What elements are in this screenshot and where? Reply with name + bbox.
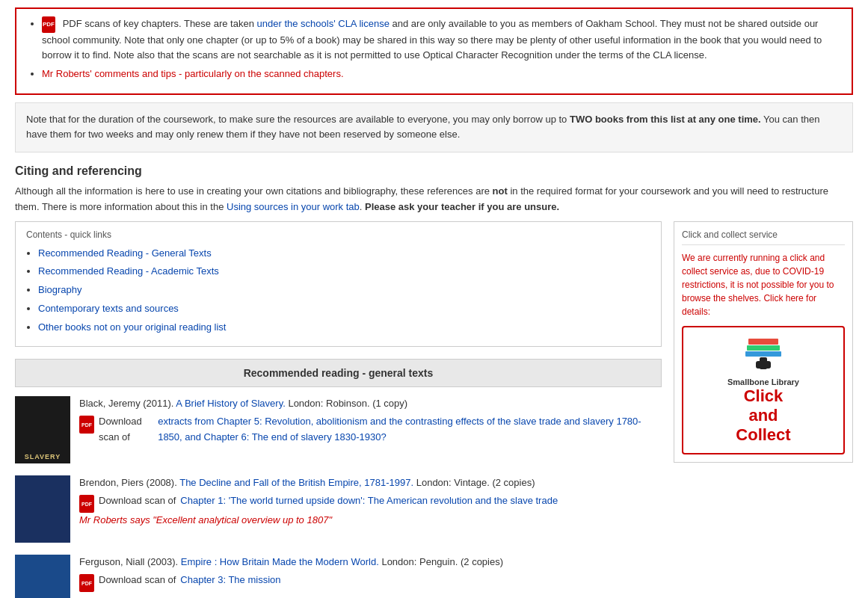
click-collect-box: Click and collect service We are current… <box>674 221 853 463</box>
books-stack-icon <box>741 335 786 372</box>
list-item: Recommended Reading - General Texts <box>38 246 650 262</box>
book-copies-slavery: (1 copy) <box>372 398 407 409</box>
contents-link-academic[interactable]: Recommended Reading - Academic Texts <box>38 265 219 277</box>
contents-link-biography[interactable]: Biography <box>38 284 82 295</box>
mr-roberts-tip-item: Mr Roberts' comments and tips - particul… <box>42 67 841 81</box>
list-item: Other books not on your original reading… <box>38 320 650 336</box>
contents-title: Contents - quick links <box>26 229 650 240</box>
book-entry-ferguson: Ferguson, Niall (2003). Empire : How Bri… <box>15 555 662 598</box>
pdf-icon-brendon: PDF <box>79 495 94 513</box>
book-title-link-ferguson[interactable]: Empire : How Britain Made the Modern Wor… <box>181 556 379 567</box>
svg-rect-3 <box>747 345 780 351</box>
contents-quick-links-box: Contents - quick links Recommended Readi… <box>15 221 662 347</box>
book-author-slavery: Black, Jeremy <box>79 398 143 409</box>
citing-bold-ask: Please ask your teacher if you are unsur… <box>365 201 559 212</box>
book-publisher-slavery: London: Robinson. <box>288 398 369 409</box>
book-cover-ferguson <box>15 555 70 598</box>
book-publisher-ferguson: London: Penguin. <box>381 556 458 567</box>
pdf-icon-top: PDF <box>42 16 55 33</box>
main-layout: Contents - quick links Recommended Readi… <box>15 221 853 598</box>
pdf-prefix-slavery: Download scan of <box>99 414 153 446</box>
click-label-line2: and <box>748 406 778 425</box>
book-title-link-slavery[interactable]: A Brief History of Slavery. <box>176 398 285 409</box>
list-item: Contemporary texts and sources <box>38 301 650 317</box>
cla-notice-item: PDF PDF scans of key chapters. These are… <box>42 16 841 62</box>
book-title-link-brendon[interactable]: The Decline and Fall of the British Empi… <box>179 477 413 488</box>
mr-roberts-tip-link[interactable]: Mr Roberts' comments and tips - particul… <box>42 68 344 79</box>
book-info-ferguson: Ferguson, Niall (2003). Empire : How Bri… <box>79 555 662 593</box>
contents-link-contemporary[interactable]: Contemporary texts and sources <box>38 303 179 314</box>
cla-license-link[interactable]: under the schools' CLA license <box>257 18 390 29</box>
pdf-row-brendon: PDF Download scan of Chapter 1: 'The wor… <box>79 493 662 513</box>
click-collect-description: We are currently running a click and col… <box>682 251 845 318</box>
citing-paragraph: Although all the information is here to … <box>15 184 853 215</box>
book-publisher-brendon: London: Vintage. <box>416 477 490 488</box>
book-entry-slavery: SLAVERY Black, Jeremy (2011). A Brief Hi… <box>15 396 662 463</box>
pdf-icon-slavery: PDF <box>79 416 94 434</box>
note-text-before-bold: Note that for the duration of the course… <box>26 114 570 125</box>
pdf-link-brendon[interactable]: Chapter 1: 'The world turned upside down… <box>180 493 558 509</box>
book-info-slavery: Black, Jeremy (2011). A Brief History of… <box>79 396 662 446</box>
svg-rect-1 <box>756 361 771 369</box>
click-collect-big-text: Click and Collect <box>691 386 836 446</box>
pdf-prefix-ferguson: Download scan of <box>99 573 176 588</box>
book-cover-slavery: SLAVERY <box>15 396 70 463</box>
book-info-brendon: Brendon, Piers (2008). The Decline and F… <box>79 475 662 529</box>
cla-text-before-link: PDF scans of key chapters. These are tak… <box>63 18 254 29</box>
book-entry-brendon: Brendon, Piers (2008). The Decline and F… <box>15 475 662 543</box>
pdf-prefix-brendon: Download scan of <box>99 493 176 509</box>
pdf-row-ferguson: PDF Download scan of Chapter 3: The miss… <box>79 573 662 592</box>
borrow-limit-notice: Note that for the duration of the course… <box>15 102 853 153</box>
citing-text-3: . <box>360 201 365 212</box>
contents-link-other[interactable]: Other books not on your original reading… <box>38 321 226 333</box>
click-collect-title: Click and collect service <box>682 229 845 245</box>
cla-notice-box: PDF PDF scans of key chapters. These are… <box>15 7 853 95</box>
contents-link-general[interactable]: Recommended Reading - General Texts <box>38 247 212 259</box>
list-item: Recommended Reading - Academic Texts <box>38 264 650 280</box>
click-collect-banner[interactable]: Smallbone Library Click and Collect <box>682 326 845 454</box>
book-copies-brendon: (2 copies) <box>492 477 535 488</box>
reading-general-header: Recommended reading - general texts <box>15 359 662 387</box>
main-content-area: Contents - quick links Recommended Readi… <box>15 221 662 598</box>
library-name-label: Smallbone Library <box>691 377 836 386</box>
citing-text-1: Although all the information is here to … <box>15 185 493 197</box>
pdf-row-slavery: PDF Download scan of extracts from Chapt… <box>79 414 662 446</box>
citing-bold-not: not <box>493 185 508 197</box>
pdf-icon-ferguson: PDF <box>79 574 94 592</box>
svg-rect-4 <box>745 351 781 357</box>
book-cover-brendon <box>15 475 70 543</box>
contents-list: Recommended Reading - General Texts Reco… <box>38 246 650 336</box>
svg-rect-2 <box>748 339 778 345</box>
mr-roberts-comment-brendon: Mr Roberts says "Excellent analytical ov… <box>79 513 662 528</box>
list-item: Biography <box>38 283 650 298</box>
pdf-link-slavery[interactable]: extracts from Chapter 5: Revolution, abo… <box>158 414 662 446</box>
book-author-brendon: Brendon, Piers (2008). <box>79 477 177 488</box>
click-label-line3: Collect <box>736 425 790 444</box>
click-label-line1: Click <box>744 386 784 405</box>
book-year-slavery: (2011). <box>143 398 173 409</box>
sidebar: Click and collect service We are current… <box>674 221 853 463</box>
citing-section-title: Citing and referencing <box>15 164 853 178</box>
book-copies-ferguson: (2 copies) <box>461 556 503 567</box>
book-author-ferguson: Ferguson, Niall (2003). <box>79 556 178 567</box>
pdf-link-ferguson[interactable]: Chapter 3: The mission <box>180 573 280 588</box>
note-bold-text: TWO books from this list at any one time… <box>570 114 761 125</box>
using-sources-link[interactable]: Using sources in your work tab <box>227 201 360 212</box>
